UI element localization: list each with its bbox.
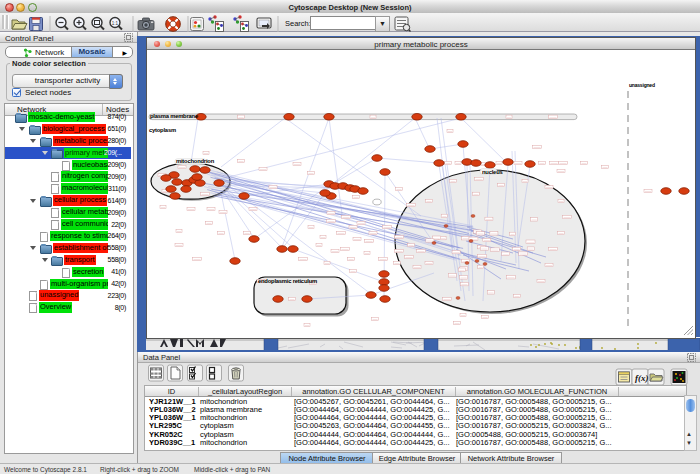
svg-text:endoplasmic reticulum: endoplasmic reticulum bbox=[258, 278, 317, 284]
svg-text:f(x): f(x) bbox=[635, 373, 649, 383]
svg-text:1:1: 1:1 bbox=[112, 21, 119, 26]
svg-text:unassigned: unassigned bbox=[629, 82, 655, 88]
svg-text:plasma membrane: plasma membrane bbox=[150, 113, 199, 119]
svg-text:nucleus: nucleus bbox=[482, 169, 503, 175]
svg-text:cytoplasm: cytoplasm bbox=[149, 127, 176, 133]
svg-text:mitochondrion: mitochondrion bbox=[176, 158, 215, 164]
